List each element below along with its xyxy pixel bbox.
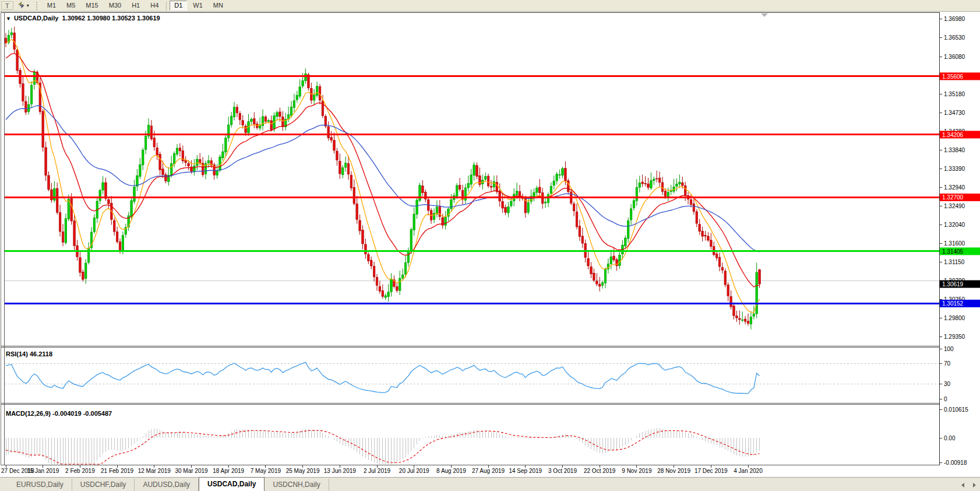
timeframe-button-w1[interactable]: W1	[188, 1, 207, 10]
svg-text:1.35180: 1.35180	[944, 91, 965, 97]
svg-text:8 Aug 2019: 8 Aug 2019	[436, 468, 466, 474]
chart-ohlc-readout: 1.30962 1.30980 1.30523 1.30619	[62, 15, 160, 22]
chevron-down-icon: ▾	[27, 3, 29, 8]
svg-text:30 Mar 2019: 30 Mar 2019	[175, 468, 208, 474]
symbol-tabs: EURUSD,DailyUSDCHF,DailyAUDUSD,DailyUSDC…	[8, 477, 329, 491]
rsi-indicator-label: RSI(14) 46.2118	[6, 350, 52, 357]
svg-text:14 Sep 2019: 14 Sep 2019	[509, 468, 542, 474]
svg-text:1.36530: 1.36530	[944, 34, 965, 41]
svg-text:1.33840: 1.33840	[944, 147, 965, 153]
svg-text:1.30619: 1.30619	[942, 281, 964, 287]
svg-text:30: 30	[944, 381, 951, 387]
tab-scroll-right-button[interactable]	[970, 481, 979, 490]
svg-text:1.31600: 1.31600	[944, 240, 965, 247]
timeframe-button-mn[interactable]: MN	[209, 1, 228, 10]
tab-eurusd-daily[interactable]: EURUSD,Daily	[8, 479, 72, 491]
tab-usdchf-daily[interactable]: USDCHF,Daily	[72, 479, 135, 491]
timeframe-button-h1[interactable]: H1	[127, 1, 144, 10]
svg-text:25 May 2019: 25 May 2019	[286, 468, 320, 474]
svg-text:1.32490: 1.32490	[944, 203, 965, 209]
svg-text:1.32700: 1.32700	[942, 194, 964, 201]
chart-window[interactable]: ▼USDCAD,Daily 1.30962 1.30980 1.30523 1.…	[0, 12, 980, 477]
svg-text:27 Aug 2019: 27 Aug 2019	[472, 468, 505, 474]
chart-symbol-period: USDCAD,Daily	[14, 15, 58, 22]
svg-text:4 Jan 2020: 4 Jan 2020	[734, 468, 763, 474]
tab-usdcnh-daily[interactable]: USDCNH,Daily	[265, 479, 329, 491]
symbol-tab-bar: EURUSD,DailyUSDCHF,DailyAUDUSD,DailyUSDC…	[0, 477, 980, 491]
svg-text:1.32040: 1.32040	[944, 222, 965, 228]
svg-text:1.35606: 1.35606	[942, 73, 964, 80]
svg-text:17 Dec 2019: 17 Dec 2019	[695, 468, 728, 474]
tab-usdcad-daily[interactable]: USDCAD,Daily	[199, 477, 265, 491]
svg-text:7 May 2019: 7 May 2019	[251, 468, 281, 474]
svg-text:0.00: 0.00	[944, 435, 956, 441]
cycle-symbols-button[interactable]: ▾	[17, 1, 29, 10]
timeframe-toolbar: M1M5M15M30H1H4D1W1MN	[42, 1, 228, 10]
svg-text:100: 100	[944, 346, 954, 352]
svg-text:2 Jul 2019: 2 Jul 2019	[364, 468, 391, 474]
svg-text:20 Jul 2019: 20 Jul 2019	[399, 468, 429, 474]
chart-canvas[interactable]: 1.369801.365301.360801.356301.351801.347…	[0, 12, 980, 477]
timeframe-button-m5[interactable]: M5	[62, 1, 80, 10]
svg-text:1.34730: 1.34730	[944, 110, 965, 116]
tab-scroll-left-button[interactable]	[958, 481, 967, 490]
svg-text:22 Oct 2019: 22 Oct 2019	[584, 468, 616, 474]
svg-text:2 Feb 2019: 2 Feb 2019	[65, 468, 95, 474]
svg-text:1.36980: 1.36980	[944, 16, 965, 22]
svg-text:1.34206: 1.34206	[942, 132, 964, 138]
timeframe-button-m1[interactable]: M1	[43, 1, 61, 10]
svg-text:1.32940: 1.32940	[944, 184, 965, 191]
left-arrow-icon	[961, 483, 964, 488]
svg-text:1.31405: 1.31405	[942, 248, 964, 255]
timeframe-button-m15[interactable]: M15	[81, 1, 103, 10]
chart-title: ▼USDCAD,Daily 1.30962 1.30980 1.30523 1.…	[6, 15, 160, 22]
svg-text:21 Feb 2019: 21 Feb 2019	[101, 468, 134, 474]
svg-text:1.29800: 1.29800	[944, 315, 965, 321]
toolbar-grip	[36, 2, 40, 10]
svg-text:70: 70	[944, 360, 951, 367]
top-toolbar: T ▾ M1M5M15M30H1H4D1W1MN	[0, 0, 980, 12]
macd-indicator-label: MACD(12,26,9) -0.004019 -0.005487	[6, 410, 112, 417]
timeframe-button-h4[interactable]: H4	[146, 1, 163, 10]
svg-text:9 Nov 2019: 9 Nov 2019	[622, 468, 652, 474]
svg-text:0.010615: 0.010615	[944, 406, 968, 413]
svg-text:15 Jan 2019: 15 Jan 2019	[27, 468, 59, 474]
svg-text:0: 0	[944, 396, 947, 402]
svg-text:28 Nov 2019: 28 Nov 2019	[657, 468, 690, 474]
tab-audusd-daily[interactable]: AUDUSD,Daily	[135, 479, 199, 491]
right-arrow-icon	[973, 483, 976, 488]
svg-text:1.33390: 1.33390	[944, 166, 965, 172]
svg-text:1.30152: 1.30152	[942, 300, 964, 307]
svg-text:1.36080: 1.36080	[944, 54, 965, 60]
timeframe-button-d1[interactable]: D1	[170, 1, 187, 10]
svg-text:18 Apr 2019: 18 Apr 2019	[213, 468, 244, 474]
timeframe-button-m30[interactable]: M30	[104, 1, 126, 10]
svg-text:3 Oct 2019: 3 Oct 2019	[548, 468, 577, 474]
svg-text:-0.00918: -0.00918	[944, 460, 967, 466]
double-arrow-icon	[17, 1, 26, 10]
svg-text:1.31150: 1.31150	[944, 259, 965, 265]
svg-text:12 Mar 2019: 12 Mar 2019	[138, 468, 171, 474]
svg-text:13 Jun 2019: 13 Jun 2019	[324, 468, 356, 474]
text-label-tool-button[interactable]: T	[1, 1, 13, 10]
chart-dropdown-icon[interactable]: ▼	[6, 16, 11, 22]
svg-text:1.29350: 1.29350	[944, 334, 965, 340]
